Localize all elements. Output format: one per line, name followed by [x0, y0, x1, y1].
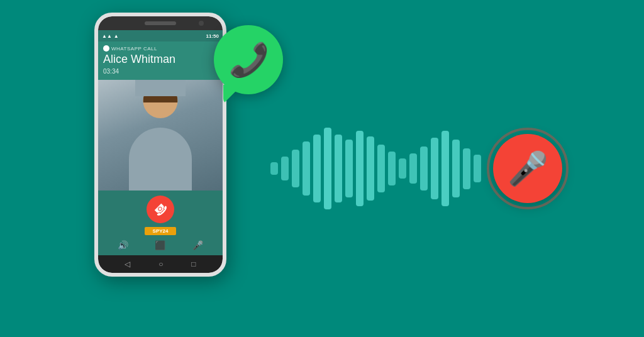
phone-speaker	[145, 21, 176, 25]
wave-bar	[335, 135, 342, 202]
wave-bar	[313, 135, 321, 202]
person-hood	[135, 80, 186, 96]
signal-strength: ▲▲	[102, 33, 112, 39]
whatsapp-phone-icon: 📞	[228, 41, 269, 79]
stop-icon[interactable]: ⬛	[155, 240, 165, 250]
whatsapp-logo-bubble: 📞	[214, 25, 283, 94]
wave-bar	[441, 131, 449, 206]
phone-top-bar	[98, 16, 223, 30]
person-body	[129, 128, 192, 191]
wave-bar	[420, 146, 428, 191]
wave-bar	[452, 140, 460, 197]
app-label: WHATSAPP CALL	[103, 45, 218, 52]
wave-bar	[292, 150, 299, 187]
wave-bar	[281, 157, 289, 180]
wave-bar	[270, 162, 278, 175]
wave-bar	[367, 136, 374, 201]
phone-device: ▲▲ ▲ 11:50 WHATSAPP CALL Alice Whitman 0…	[94, 13, 226, 277]
wave-bar	[409, 153, 417, 184]
wave-bar	[356, 131, 364, 206]
wa-small-icon	[103, 45, 109, 52]
caller-photo	[98, 80, 223, 191]
wave-bar	[303, 141, 310, 196]
wave-bar	[324, 128, 331, 209]
wave-bar	[399, 158, 406, 179]
person-silhouette	[110, 80, 211, 191]
sound-wave	[270, 124, 481, 213]
call-duration: 03:34	[103, 68, 218, 75]
action-icons: 🔊 ⬛ 🎤	[98, 238, 223, 253]
end-call-button[interactable]: ☎	[147, 196, 174, 223]
recents-nav-icon[interactable]: □	[191, 260, 196, 268]
back-nav-icon[interactable]: ◁	[125, 260, 130, 268]
wave-bar	[431, 138, 438, 199]
wave-bar	[345, 140, 353, 197]
phone-status-bar: ▲▲ ▲ 11:50	[98, 30, 223, 41]
wifi-icon: ▲	[114, 33, 119, 39]
call-controls: ☎ SPY24 🔊 ⬛ 🎤	[98, 191, 223, 255]
wave-bar	[474, 155, 481, 182]
wave-bar	[377, 145, 385, 192]
clock: 11:50	[206, 33, 219, 39]
signal-icons: ▲▲ ▲	[102, 33, 119, 39]
end-call-icon: ☎	[150, 199, 170, 219]
wave-bar	[388, 152, 396, 185]
speaker-icon[interactable]: 🔊	[118, 240, 128, 250]
phone-camera	[199, 21, 204, 26]
caller-name: Alice Whitman	[103, 53, 218, 67]
mic-ring	[487, 128, 569, 209]
main-scene: ▲▲ ▲ 11:50 WHATSAPP CALL Alice Whitman 0…	[0, 0, 644, 337]
call-header: WHATSAPP CALL Alice Whitman 03:34	[98, 41, 223, 80]
spy24-badge: SPY24	[145, 227, 176, 235]
wave-bar	[463, 148, 470, 189]
phone-nav-bar: ◁ ○ □	[98, 255, 223, 273]
record-mic-button[interactable]: 🎤	[493, 134, 562, 203]
mute-icon[interactable]: 🎤	[192, 240, 203, 250]
home-nav-icon[interactable]: ○	[158, 260, 163, 268]
